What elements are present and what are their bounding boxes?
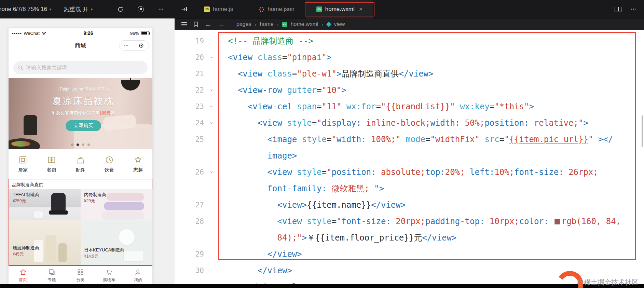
product-image-bottles [45, 235, 56, 262]
editor-toolbar: ← → pages › home › <> home.wxml › view [175, 18, 644, 30]
device-selector[interactable]: iPhone 6/7/8 75% 16 ▾ [0, 0, 51, 18]
devtools-window: iPhone 6/7/8 75% 16 ▾ 热重载 开 ▾ ••• JS hom… [0, 0, 644, 288]
category-item-home[interactable]: 居家 [9, 149, 37, 179]
more-icon: ••• [631, 8, 636, 11]
window-more-button[interactable]: ••• [629, 0, 639, 18]
line-number: 20 [175, 53, 204, 61]
clock-label: 9:26 [46, 30, 130, 36]
code-line-text[interactable]: <view style="display: inline-block;width… [219, 118, 644, 128]
banner-lamp-shape [121, 78, 140, 91]
capsule-exit-button[interactable] [134, 43, 149, 48]
code-line-text[interactable]: <view style="font-size: 20rpx;padding-to… [219, 217, 644, 226]
product-price: ¥259元 [13, 198, 26, 204]
line-number: 21 [175, 70, 204, 78]
breadcrumb-element[interactable]: view [334, 21, 345, 27]
category-item-hobby[interactable]: 志趣 [124, 149, 152, 179]
forward-button[interactable]: → [218, 21, 224, 28]
code-line-text[interactable]: <image style="width: 100%;" mode="widthF… [219, 135, 644, 144]
navigation-bar: 商城 ••• [9, 38, 152, 53]
grid-icon [77, 268, 84, 276]
refresh-button[interactable] [115, 0, 125, 18]
category-item-accessories[interactable]: 配件 [66, 149, 95, 179]
line-number: 19 [175, 37, 204, 45]
product-card[interactable]: 内野制造商 ¥29元 [81, 189, 152, 220]
chevron-down-icon: ▾ [50, 7, 52, 12]
banner-carousel[interactable]: | Ralph Lauren等制造商直供 夏凉床品被枕 乳胶枕/棉麻四件套/凉席… [9, 78, 152, 149]
fold-chevron-icon[interactable]: › [204, 120, 219, 126]
bottom-bar [0, 284, 644, 288]
code-line-text[interactable]: <view class="pinpai"> [219, 53, 644, 62]
code-row: 19<!-- 品牌制造商 --> [175, 33, 644, 49]
fold-chevron-icon[interactable]: › [204, 169, 219, 175]
tab-home-json[interactable]: {} home.json [247, 0, 306, 18]
code-line-text[interactable]: image> [219, 151, 644, 161]
back-button[interactable]: ← [205, 21, 211, 28]
fold-chevron-icon[interactable]: › [204, 104, 219, 110]
bottom-tab-bar: 首页 专题 分类 购物车 我的 [9, 266, 152, 285]
capsule-more-button[interactable]: ••• [119, 44, 134, 47]
code-line-text[interactable]: <!-- 品牌制造商 --> [219, 36, 644, 46]
more-actions-button[interactable]: ••• [156, 0, 166, 18]
breadcrumb-home[interactable]: home [260, 21, 274, 27]
category-item-kitchen[interactable]: 餐厨 [37, 149, 66, 179]
code-line-text[interactable]: font-family: 微软雅黑; "> [219, 183, 644, 194]
banner-subtitle-price: 199元 [99, 111, 110, 115]
product-card[interactable]: 日本KEYUCA制造商 ¥14.9元 [81, 220, 152, 265]
stop-icon [138, 6, 144, 12]
brand-section-red-annotation: 品牌制造商直供 TEFAL制造商 ¥259元 内野制造商 ¥29元 [9, 179, 152, 266]
line-number: 26 [175, 168, 204, 176]
code-row: 24› <view style="display: inline-block;w… [175, 115, 644, 131]
code-line-text[interactable]: <view class="ple-w1">品牌制造商直供</view> [219, 68, 644, 79]
menu-button[interactable] [181, 22, 187, 26]
code-row: font-family: 微软雅黑; "> [175, 180, 644, 197]
category-nav: 居家 餐厨 配件 饮食 志趣 [9, 149, 152, 179]
code-row: 27 <view>{{item.name}}</view> [175, 197, 644, 213]
tab-categories[interactable]: 分类 [66, 266, 95, 285]
buy-now-button[interactable]: 立即购买 [66, 120, 101, 131]
close-icon[interactable]: × [359, 6, 363, 13]
tab-profile[interactable]: 我的 [124, 266, 152, 285]
tab-topics[interactable]: 专题 [37, 266, 66, 285]
code-line-text[interactable]: </view> [219, 266, 644, 275]
fold-chevron-icon[interactable]: › [204, 87, 219, 93]
line-number: 28 [175, 217, 204, 225]
code-line-text[interactable]: 84);">￥{{item.floor_price}}元</view> [219, 232, 644, 243]
product-card[interactable]: TEFAL制造商 ¥259元 [9, 189, 81, 220]
wechat-capsule: ••• [119, 40, 149, 51]
banner-blender-shape [24, 115, 37, 135]
category-label: 居家 [18, 167, 28, 173]
product-image-blender [51, 193, 66, 211]
tab-home[interactable]: 首页 [9, 266, 37, 285]
tab-home-wxml[interactable]: <> home.wxml × [306, 0, 373, 18]
search-input[interactable]: 请输入搜索关键词 [13, 61, 148, 74]
category-item-food[interactable]: 饮食 [95, 149, 124, 179]
scrollbar-thumb[interactable] [642, 115, 643, 147]
product-card[interactable]: 膳魔师制造商 ¥45元 [9, 220, 81, 265]
carousel-dot [82, 143, 84, 146]
status-bar: ●●●●● WeChat 9:26 96% [9, 28, 152, 38]
fold-chevron-icon[interactable]: › [204, 54, 219, 60]
split-editor-button[interactable] [613, 0, 623, 18]
tab-home-js[interactable]: JS home.js [190, 0, 247, 18]
category-label: 志趣 [133, 167, 143, 173]
product-price: ¥29元 [84, 198, 95, 204]
code-line-text[interactable]: <view-row gutter="10"> [219, 85, 644, 95]
record-stop-button[interactable] [136, 0, 146, 18]
tab-cart[interactable]: 购物车 [95, 266, 124, 285]
carrier-label: WeChat [24, 31, 40, 36]
breadcrumb-file[interactable]: home.wxml [291, 21, 318, 27]
editor-tabs: JS home.js {} home.json <> home.wxml × [190, 0, 373, 18]
code-line-text[interactable]: </view> [219, 249, 644, 259]
hot-reload-label: 热重载 开 [64, 5, 88, 13]
bookmark-icon[interactable] [194, 22, 198, 27]
open-panel-button[interactable] [180, 0, 189, 18]
code-line-text[interactable]: <view-cel span="11" wx:for="{{brandList}… [219, 102, 644, 111]
code-line-text[interactable]: <view style="position: absolute;top:20%;… [219, 167, 644, 177]
code-line-text[interactable]: <view>{{item.name}}</view> [219, 200, 644, 210]
code-row: 22› <view-row gutter="10"> [175, 82, 644, 98]
hot-reload-toggle[interactable]: 热重载 开 ▾ [64, 0, 93, 18]
more-icon: ••• [124, 44, 129, 47]
chevron-down-icon: ▾ [91, 7, 93, 12]
product-image-box [124, 251, 143, 261]
breadcrumb-pages[interactable]: pages [236, 21, 251, 27]
